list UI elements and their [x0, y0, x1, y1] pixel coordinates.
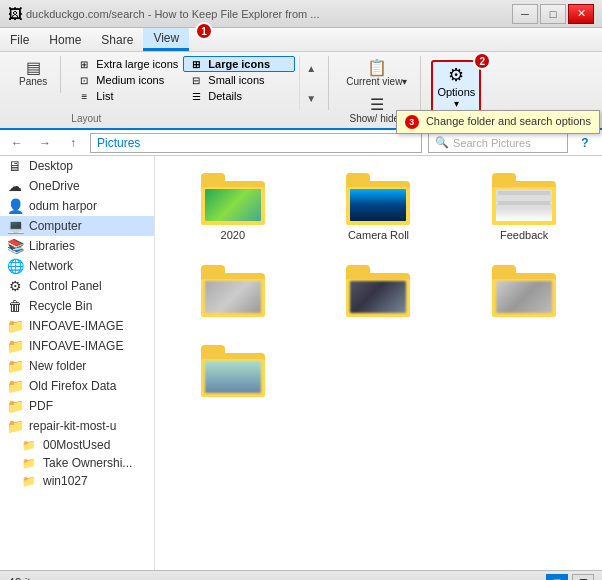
recycle-bin-icon: 🗑 [6, 298, 24, 314]
view-toggles: ⊞ ☰ [546, 574, 594, 581]
file-item-blurred3[interactable] [456, 258, 592, 328]
pdf-icon: 📁 [6, 398, 24, 414]
search-placeholder: Search Pictures [453, 137, 531, 149]
file-grid: 2020 Camera Roll [165, 166, 592, 408]
tooltip-popup: 3 Change folder and search options [396, 110, 600, 134]
sidebar-item-new-folder[interactable]: 📁 New folder [0, 356, 154, 376]
sidebar-item-control-panel[interactable]: ⚙ Control Panel [0, 276, 154, 296]
search-box[interactable]: 🔍 Search Pictures [428, 133, 568, 153]
sidebar-item-network[interactable]: 🌐 Network [0, 256, 154, 276]
file-item-2020[interactable]: 2020 [165, 166, 301, 248]
panes-icon: ▤ [26, 60, 41, 76]
sidebar-item-repair-kit[interactable]: 📁 repair-kit-most-u [0, 416, 154, 436]
annotation-3: 3 [405, 115, 419, 129]
window-controls: ─ □ ✕ [512, 4, 594, 24]
sidebar-item-desktop[interactable]: 🖥 Desktop [0, 156, 154, 176]
maximize-button[interactable]: □ [540, 4, 566, 24]
onedrive-icon: ☁ [6, 178, 24, 194]
00mostused-icon: 📁 [20, 439, 38, 452]
options-button[interactable]: ⚙ Options ▾ [431, 60, 481, 113]
sidebar-item-libraries[interactable]: 📚 Libraries [0, 236, 154, 256]
sidebar-item-recycle-bin[interactable]: 🗑 Recycle Bin [0, 296, 154, 316]
layout-details[interactable]: ☰ Details [183, 88, 295, 104]
sidebar-item-old-firefox[interactable]: 📁 Old Firefox Data [0, 376, 154, 396]
ribbon-group-panes: ▤ Panes [6, 56, 61, 93]
file-item-feedback[interactable]: Feedback [456, 166, 592, 248]
current-view-icon: 📋 [367, 60, 387, 76]
options-dropdown-icon: ▾ [454, 98, 459, 109]
file-item-blurred4[interactable] [165, 338, 301, 408]
sidebar-item-pdf[interactable]: 📁 PDF [0, 396, 154, 416]
small-icon: ⊟ [188, 74, 204, 86]
current-view-button[interactable]: 📋 Current view▾ [339, 56, 414, 91]
layout-collapse-button[interactable]: ▼ [300, 88, 322, 108]
folder-icon-blurred2 [346, 265, 410, 317]
status-bar: 40 items ⊞ ☰ [0, 570, 602, 580]
list-icon: ≡ [76, 90, 92, 102]
control-panel-icon: ⚙ [6, 278, 24, 294]
sidebar-item-win1027[interactable]: 📁 win1027 [0, 472, 154, 490]
sidebar-item-user[interactable]: 👤 odum harpor [0, 196, 154, 216]
title-bar-title: duckduckgo.com/search - How to Keep File… [26, 8, 512, 20]
layout-group-label: Layout [71, 113, 101, 124]
file-item-camera-roll[interactable]: Camera Roll [311, 166, 447, 248]
sidebar-item-computer[interactable]: 💻 Computer [0, 216, 154, 236]
address-path-text: Pictures [97, 136, 140, 150]
panes-button[interactable]: ▤ Panes [12, 56, 54, 91]
list-view-button[interactable]: ☰ [572, 574, 594, 581]
details-icon: ☰ [188, 90, 204, 102]
file-area: 2020 Camera Roll [155, 156, 602, 570]
layout-medium[interactable]: ⊡ Medium icons [71, 72, 183, 88]
show-hide-icon: ☰ [370, 97, 384, 113]
user-icon: 👤 [6, 198, 24, 214]
medium-icon: ⊡ [76, 74, 92, 86]
folder-icon-blurred3 [492, 265, 556, 317]
menu-file[interactable]: File [0, 28, 39, 51]
search-icon: 🔍 [435, 136, 449, 149]
layout-small[interactable]: ⊟ Small icons [183, 72, 295, 88]
annotation-2: 2 [473, 52, 491, 70]
close-button[interactable]: ✕ [568, 4, 594, 24]
sidebar-item-infoave1[interactable]: 📁 INFOAVE-IMAGE [0, 316, 154, 336]
title-bar: 🖼 duckduckgo.com/search - How to Keep Fi… [0, 0, 602, 28]
grid-view-button[interactable]: ⊞ [546, 574, 568, 581]
new-folder-icon: 📁 [6, 358, 24, 374]
back-button[interactable]: ← [6, 133, 28, 153]
ribbon: ▤ Panes ⊞ Extra large icons ⊞ [0, 52, 602, 130]
folder-icon-blurred4 [201, 345, 265, 397]
menu-share[interactable]: Share [91, 28, 143, 51]
sidebar-item-take-ownership[interactable]: 📁 Take Ownershi... [0, 454, 154, 472]
sidebar-item-infoave2[interactable]: 📁 INFOAVE-IMAGE [0, 336, 154, 356]
folder-icon-blurred1 [201, 265, 265, 317]
win1027-icon: 📁 [20, 475, 38, 488]
extra-large-icon: ⊞ [76, 58, 92, 70]
file-item-blurred2[interactable] [311, 258, 447, 328]
layout-large[interactable]: ⊞ Large icons [183, 56, 295, 72]
menu-home[interactable]: Home [39, 28, 91, 51]
libraries-icon: 📚 [6, 238, 24, 254]
main-area: 🖥 Desktop ☁ OneDrive 👤 odum harpor 💻 Com… [0, 156, 602, 570]
infoave1-icon: 📁 [6, 318, 24, 334]
folder-icon-2020 [201, 173, 265, 225]
file-item-blurred1[interactable] [165, 258, 301, 328]
menu-bar: File Home Share View 1 [0, 28, 602, 52]
sidebar: 🖥 Desktop ☁ OneDrive 👤 odum harpor 💻 Com… [0, 156, 155, 570]
minimize-button[interactable]: ─ [512, 4, 538, 24]
sidebar-item-00mostused[interactable]: 📁 00MostUsed [0, 436, 154, 454]
menu-view[interactable]: View [143, 28, 189, 51]
folder-icon-camera-roll [346, 173, 410, 225]
network-icon: 🌐 [6, 258, 24, 274]
layout-expand-button[interactable]: ▲ [300, 58, 322, 78]
computer-icon: 💻 [6, 218, 24, 234]
help-button[interactable]: ? [574, 133, 596, 153]
address-path[interactable]: Pictures [90, 133, 422, 153]
item-count: 40 items [8, 576, 53, 581]
sidebar-item-onedrive[interactable]: ☁ OneDrive [0, 176, 154, 196]
layout-list[interactable]: ≡ List [71, 88, 183, 104]
ribbon-group-layout: ⊞ Extra large icons ⊞ Large icons ⊡ Medi… [65, 56, 329, 110]
annotation-1: 1 [195, 22, 213, 40]
forward-button[interactable]: → [34, 133, 56, 153]
up-button[interactable]: ↑ [62, 133, 84, 153]
title-bar-icon: 🖼 [8, 6, 22, 22]
layout-extra-large[interactable]: ⊞ Extra large icons [71, 56, 183, 72]
